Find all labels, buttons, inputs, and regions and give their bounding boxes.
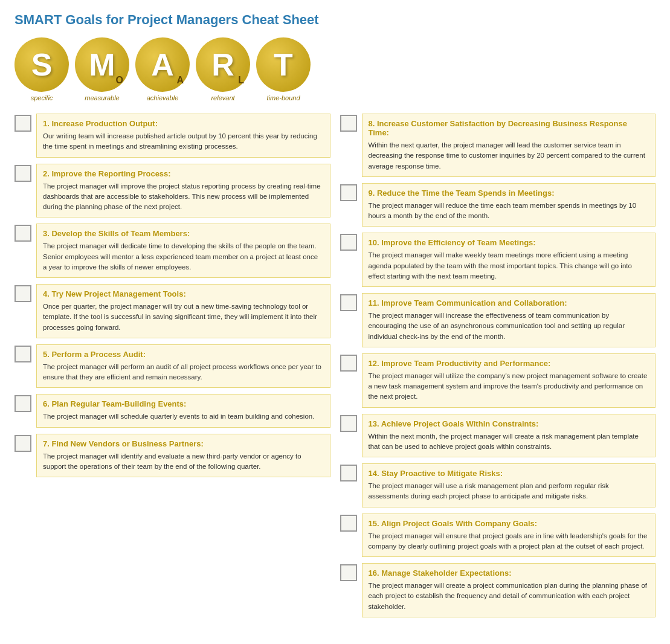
checkbox-16[interactable]: [340, 564, 357, 581]
goal-box-left-2: 2. Improve the Reporting Process: The pr…: [36, 164, 330, 218]
goal-box-left-7: 7. Find New Vendors or Business Partners…: [36, 434, 330, 478]
goal-box-right-9: 9. Reduce the Time the Team Spends in Me…: [362, 183, 656, 227]
goal-item-right-16: 16. Manage Stakeholder Expectations: The…: [340, 563, 656, 617]
checkbox-15[interactable]: [340, 515, 357, 532]
goal-item-right-14: 14. Stay Proactive to Mitigate Risks: Th…: [340, 463, 656, 507]
goal-title-left-1: 1. Increase Production Output:: [43, 119, 324, 128]
goal-desc-left-1: Our writing team will increase published…: [43, 131, 324, 152]
goal-desc-right-11: The project manager will increase the ef…: [369, 311, 649, 342]
goal-item-right-15: 15. Align Project Goals With Company Goa…: [340, 514, 656, 558]
checkbox-2[interactable]: [14, 165, 31, 182]
goal-desc-left-4: Once per quarter, the project manager wi…: [43, 301, 324, 333]
goal-item-left-4: 4. Try New Project Management Tools: Onc…: [14, 284, 330, 338]
goal-desc-right-8: Within the next quarter, the project man…: [369, 140, 649, 172]
smart-s-label: specific: [31, 94, 53, 101]
goal-item-left-5: 5. Perform a Process Audit: The project …: [14, 344, 330, 388]
goal-title-right-13: 13. Achieve Project Goals Within Constra…: [369, 419, 649, 428]
goal-box-right-11: 11. Improve Team Communication and Colla…: [362, 293, 656, 347]
goal-title-right-14: 14. Stay Proactive to Mitigate Risks:: [369, 469, 649, 478]
goal-box-left-5: 5. Perform a Process Audit: The project …: [36, 344, 330, 388]
goal-desc-left-6: The project manager will schedule quarte…: [43, 411, 324, 422]
goal-item-right-13: 13. Achieve Project Goals Within Constra…: [340, 414, 656, 458]
checkbox-10[interactable]: [340, 234, 357, 251]
smart-t-label: time-bound: [266, 94, 300, 101]
goals-right-column: 8. Increase Customer Satisfaction by Dec…: [340, 114, 656, 617]
goal-box-right-12: 12. Improve Team Productivity and Perfor…: [362, 353, 656, 408]
checkbox-3[interactable]: [14, 225, 31, 242]
smart-a-label: achievable: [147, 94, 179, 101]
smart-s-circle: S: [14, 37, 69, 92]
smart-acronym: S specific M O measurable A A achievable…: [14, 37, 656, 101]
goal-desc-right-15: The project manager will ensure that pro…: [369, 531, 649, 552]
checkbox-13[interactable]: [340, 415, 357, 432]
goal-title-right-15: 15. Align Project Goals With Company Goa…: [369, 519, 649, 528]
checkbox-12[interactable]: [340, 355, 357, 372]
checkbox-4[interactable]: [14, 285, 31, 302]
smart-m-circle: M O: [75, 37, 129, 92]
page-title: SMART Goals for Project Managers Cheat S…: [14, 12, 656, 28]
goal-title-left-7: 7. Find New Vendors or Business Partners…: [43, 439, 324, 448]
goal-box-right-15: 15. Align Project Goals With Company Goa…: [362, 514, 656, 558]
smart-t: T time-bound: [256, 37, 311, 101]
goal-box-left-6: 6. Plan Regular Team-Building Events: Th…: [36, 394, 330, 427]
goal-title-left-2: 2. Improve the Reporting Process:: [43, 169, 324, 178]
smart-t-circle: T: [256, 37, 311, 92]
smart-m-label: measurable: [85, 94, 119, 101]
smart-m: M O measurable: [75, 37, 129, 101]
checkbox-11[interactable]: [340, 294, 357, 311]
goal-title-right-8: 8. Increase Customer Satisfaction by Dec…: [369, 119, 649, 137]
goal-desc-right-13: Within the next month, the project manag…: [369, 431, 649, 452]
goal-box-right-14: 14. Stay Proactive to Mitigate Risks: Th…: [362, 463, 656, 507]
smart-r-label: relevant: [211, 94, 234, 101]
smart-r-circle: R L: [196, 37, 250, 92]
smart-r: R L relevant: [196, 37, 250, 101]
goal-item-left-7: 7. Find New Vendors or Business Partners…: [14, 434, 330, 478]
goal-title-right-12: 12. Improve Team Productivity and Perfor…: [369, 359, 649, 368]
checkbox-14[interactable]: [340, 465, 357, 481]
goal-title-left-5: 5. Perform a Process Audit:: [43, 350, 324, 359]
goal-title-left-3: 3. Develop the Skills of Team Members:: [43, 229, 324, 238]
goal-title-right-9: 9. Reduce the Time the Team Spends in Me…: [369, 188, 649, 198]
smart-s: S specific: [14, 37, 69, 101]
goal-item-right-9: 9. Reduce the Time the Team Spends in Me…: [340, 183, 656, 227]
checkbox-5[interactable]: [14, 346, 31, 362]
goal-title-right-11: 11. Improve Team Communication and Colla…: [369, 298, 649, 308]
goal-desc-left-5: The project manager will perform an audi…: [43, 362, 324, 383]
smart-a-circle: A A: [135, 37, 190, 92]
checkbox-8[interactable]: [340, 115, 357, 132]
goal-desc-left-3: The project manager will dedicate time t…: [43, 241, 324, 272]
goal-item-left-1: 1. Increase Production Output: Our writi…: [14, 114, 330, 158]
goal-box-right-13: 13. Achieve Project Goals Within Constra…: [362, 414, 656, 458]
goal-item-left-2: 2. Improve the Reporting Process: The pr…: [14, 164, 330, 218]
goal-item-right-12: 12. Improve Team Productivity and Perfor…: [340, 353, 656, 408]
goal-box-right-16: 16. Manage Stakeholder Expectations: The…: [362, 563, 656, 617]
checkbox-1[interactable]: [14, 115, 31, 132]
goal-item-left-6: 6. Plan Regular Team-Building Events: Th…: [14, 394, 330, 427]
goal-box-left-4: 4. Try New Project Management Tools: Onc…: [36, 284, 330, 338]
goal-desc-left-7: The project manager will identify and ev…: [43, 451, 324, 472]
goal-title-left-6: 6. Plan Regular Team-Building Events:: [43, 399, 324, 408]
goal-title-right-16: 16. Manage Stakeholder Expectations:: [369, 568, 649, 578]
goal-desc-right-14: The project manager will use a risk mana…: [369, 481, 649, 502]
goal-item-right-11: 11. Improve Team Communication and Colla…: [340, 293, 656, 347]
checkbox-6[interactable]: [14, 395, 31, 412]
goals-left-column: 1. Increase Production Output: Our writi…: [14, 114, 330, 617]
goal-item-right-8: 8. Increase Customer Satisfaction by Dec…: [340, 114, 656, 177]
goal-desc-left-2: The project manager will improve the pro…: [43, 181, 324, 213]
goal-desc-right-16: The project manager will create a projec…: [369, 581, 649, 612]
goal-box-right-8: 8. Increase Customer Satisfaction by Dec…: [362, 114, 656, 177]
goals-section: 1. Increase Production Output: Our writi…: [14, 114, 656, 617]
goal-box-right-10: 10. Improve the Efficiency of Team Meeti…: [362, 233, 656, 287]
goal-desc-right-10: The project manager will make weekly tea…: [369, 250, 649, 282]
goal-item-left-3: 3. Develop the Skills of Team Members: T…: [14, 224, 330, 278]
goal-title-left-4: 4. Try New Project Management Tools:: [43, 289, 324, 298]
goal-desc-right-12: The project manager will utilize the com…: [369, 371, 649, 402]
goal-title-right-10: 10. Improve the Efficiency of Team Meeti…: [369, 238, 649, 247]
smart-a: A A achievable: [135, 37, 190, 101]
goal-box-left-3: 3. Develop the Skills of Team Members: T…: [36, 224, 330, 278]
goal-desc-right-9: The project manager will reduce the time…: [369, 201, 649, 222]
checkbox-7[interactable]: [14, 435, 31, 452]
checkbox-9[interactable]: [340, 184, 357, 201]
goal-item-right-10: 10. Improve the Efficiency of Team Meeti…: [340, 233, 656, 287]
goal-box-left-1: 1. Increase Production Output: Our writi…: [36, 114, 330, 158]
